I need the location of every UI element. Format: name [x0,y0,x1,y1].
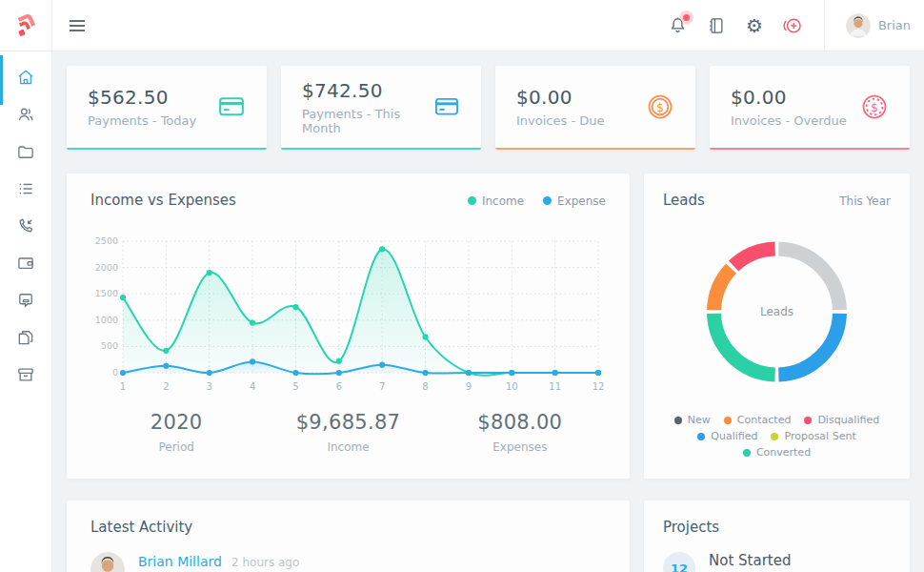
svg-text:3: 3 [207,381,212,392]
svg-text:4: 4 [250,381,255,392]
credit-card-icon [217,92,246,121]
notifications-button[interactable] [668,15,689,36]
legend-dot [743,449,751,457]
svg-text:6: 6 [336,381,342,392]
legend-item-expense: Expense [543,194,606,208]
app-logo-icon[interactable] [12,12,39,39]
legend-dot-income [468,196,476,205]
coin-icon: $ [646,92,674,121]
sidebar-item-home[interactable] [0,58,51,95]
svg-text:7: 7 [379,381,385,392]
add-circle-icon [782,15,803,36]
user-menu[interactable]: Brian [846,13,911,38]
dashboard-app: ⚙ Brian [0,0,924,572]
svg-text:2500: 2500 [95,235,118,246]
sidebar-item-documents[interactable] [0,318,51,356]
stat-card-payments-month: $742.50 Payments - This Month [281,66,481,150]
phone-incoming-icon [16,216,35,235]
leads-card: Leads This Year Leads NewContactedDisqua… [644,174,910,479]
settings-button[interactable]: ⚙ [744,15,765,36]
quick-add-button[interactable] [782,15,803,36]
leads-legend-item: Disqualified [804,414,879,426]
sidebar-item-contacts[interactable] [0,95,51,133]
logo-cell [0,0,52,51]
sidebar-item-list[interactable] [0,170,51,207]
journal-button[interactable] [706,15,727,36]
menu-toggle-button[interactable] [68,18,87,33]
line-chart-legend: Income Expense [468,194,606,208]
stat-card-invoices-overdue: $0.00 Invoices - Overdue $ [710,66,910,150]
project-status: Not Started [709,552,813,569]
contacts-icon [16,105,35,124]
legend-dot-expense [543,196,552,205]
charts-row: Income vs Expenses Income Expense 050010… [67,174,910,479]
svg-text:8: 8 [422,381,428,392]
stat-label: Payments - Today [88,113,196,128]
leads-period-label: This Year [839,194,891,208]
sidebar-item-chat[interactable] [0,281,51,318]
activity-item: Brian Millard 2 hours ago Created a new … [90,552,606,572]
wallet-icon [16,254,35,273]
legend-dot [674,417,682,424]
income-total: $9,685.87 [262,411,433,434]
archive-icon [16,365,35,384]
period-label: Period [90,440,262,454]
leads-legend-item: Qualified [697,430,757,442]
leads-donut-chart: Leads [663,209,891,414]
stat-label: Payments - This Month [302,107,433,135]
topbar-divider [824,0,825,51]
legend-item-income: Income [468,194,524,208]
svg-text:10: 10 [506,381,518,392]
sidebar [0,51,52,572]
leads-legend-item: Converted [743,446,811,459]
sidebar-item-folder[interactable] [0,133,51,170]
sidebar-item-archive[interactable] [0,356,51,393]
svg-text:500: 500 [101,340,118,351]
projects-title: Projects [663,519,891,536]
sidebar-item-wallet[interactable] [0,244,51,281]
svg-text:$: $ [871,101,878,114]
activity-avatar [90,552,125,572]
gear-icon: ⚙ [746,16,763,35]
activity-user-link[interactable]: Brian Millard [138,554,222,569]
svg-text:Leads: Leads [760,305,793,318]
leads-legend-item: Proposal Sent [771,430,855,442]
user-name: Brian [878,18,911,32]
credit-card-icon [433,92,460,121]
home-icon [16,68,35,87]
notebook-icon [707,16,726,35]
expenses-label: Expenses [434,440,606,454]
chart-title: Income vs Expenses [90,192,236,209]
leads-legend-item: New [674,414,711,426]
svg-text:1000: 1000 [95,315,118,325]
stat-card-invoices-due: $0.00 Invoices - Due $ [495,66,695,150]
coin-dashed-icon: $ [860,92,889,121]
leads-legend: NewContactedDisqualifiedQualifiedProposa… [663,414,891,460]
chart-summary: 2020 Period $9,685.87 Income $808.00 Exp… [90,411,606,454]
activity-timestamp: 2 hours ago [231,556,299,569]
copy-pages-icon [16,328,35,347]
project-count-badge: 12 [663,552,695,572]
project-item: 12 Not Started Assigned to me: 6 [663,552,891,572]
stat-card-payments-today: $562.50 Payments - Today [67,66,267,150]
svg-text:5: 5 [292,381,298,392]
legend-dot [697,433,705,440]
activity-title: Latest Activity [90,519,606,536]
latest-activity-card: Latest Activity Brian Millard 2 [67,500,630,572]
bottom-row: Latest Activity Brian Millard 2 [67,500,910,572]
folder-icon [16,142,35,161]
main-content: $562.50 Payments - Today $742.50 Payment… [52,51,924,572]
income-label: Income [262,440,433,454]
income-expenses-card: Income vs Expenses Income Expense 050010… [67,174,630,479]
sidebar-item-calls[interactable] [0,207,51,244]
projects-card: Projects 12 Not Started Assigned to me: … [644,500,910,572]
hamburger-icon [68,18,87,33]
leads-legend-item: Contacted [724,414,792,426]
stats-row: $562.50 Payments - Today $742.50 Payment… [67,66,910,150]
stat-value: $0.00 [731,86,847,109]
legend-dot [771,433,778,440]
user-avatar [846,13,871,38]
income-expenses-line-chart: 05001000150020002500123456789101112 [90,218,606,396]
list-icon [16,179,35,198]
stat-label: Invoices - Due [516,113,604,128]
